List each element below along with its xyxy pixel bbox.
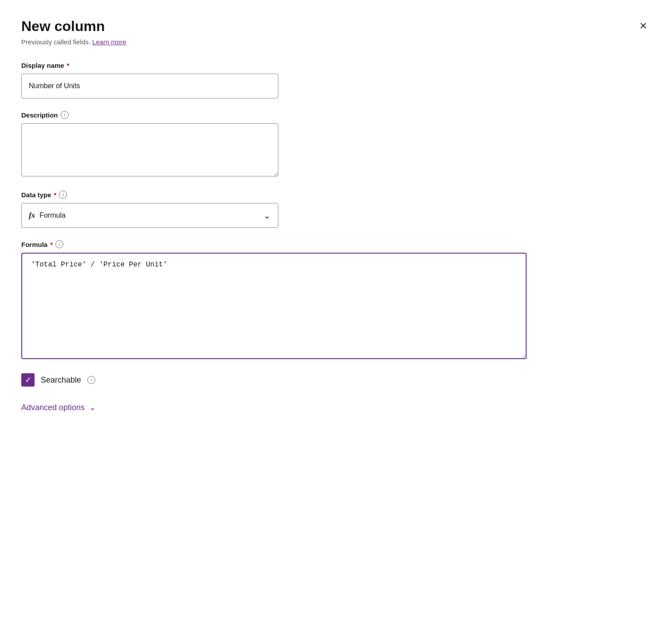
formula-info-icon: i xyxy=(55,240,63,248)
fx-icon: fx xyxy=(29,211,35,220)
display-name-input[interactable] xyxy=(21,74,278,98)
data-type-label: Data type * i xyxy=(21,191,651,199)
searchable-label: Searchable xyxy=(41,376,81,385)
display-name-required: * xyxy=(67,62,70,69)
data-type-required: * xyxy=(54,191,57,199)
searchable-checkbox[interactable]: ✓ xyxy=(21,373,35,387)
new-column-panel: New column ✕ Previously called fields. L… xyxy=(0,0,672,622)
learn-more-link[interactable]: Learn more xyxy=(92,38,126,46)
checkmark-icon: ✓ xyxy=(25,376,31,384)
panel-header: New column ✕ xyxy=(21,18,651,35)
formula-group: Formula * i 'Total Price' / 'Price Per U… xyxy=(21,240,527,361)
close-button[interactable]: ✕ xyxy=(636,18,651,35)
data-type-select-wrapper: fx Formula ⌄ xyxy=(21,203,278,228)
formula-required: * xyxy=(50,241,53,248)
advanced-options-chevron-icon: ⌄ xyxy=(89,403,96,412)
display-name-label: Display name * xyxy=(21,62,651,69)
data-type-info-icon: i xyxy=(59,191,67,199)
description-info-icon: i xyxy=(61,111,69,119)
searchable-row: ✓ Searchable i xyxy=(21,373,651,387)
description-input[interactable] xyxy=(21,123,278,176)
chevron-down-icon: ⌄ xyxy=(263,210,271,221)
close-icon: ✕ xyxy=(639,21,647,31)
formula-label: Formula * i xyxy=(21,240,527,248)
searchable-info-icon: i xyxy=(87,376,95,384)
description-label: Description i xyxy=(21,111,651,119)
data-type-group: Data type * i fx Formula ⌄ xyxy=(21,191,651,228)
data-type-value: Formula xyxy=(39,211,259,219)
display-name-group: Display name * xyxy=(21,62,651,98)
panel-subtitle: Previously called fields. Learn more xyxy=(21,38,651,46)
data-type-select[interactable]: fx Formula ⌄ xyxy=(21,203,278,228)
description-group: Description i xyxy=(21,111,651,178)
formula-input[interactable]: 'Total Price' / 'Price Per Unit' xyxy=(21,253,527,359)
advanced-options-row[interactable]: Advanced options ⌄ xyxy=(21,403,651,412)
panel-title: New column xyxy=(21,18,105,35)
advanced-options-label: Advanced options xyxy=(21,403,85,412)
